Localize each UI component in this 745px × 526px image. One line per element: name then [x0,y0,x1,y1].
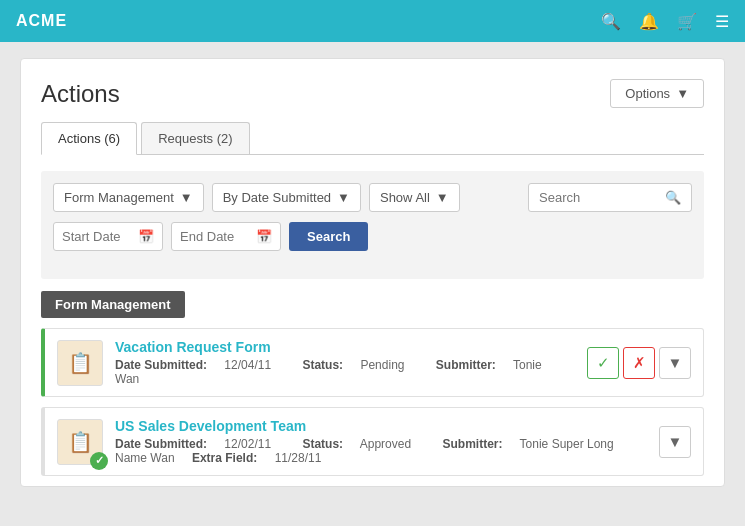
tab-requests[interactable]: Requests (2) [141,122,249,154]
reject-button[interactable]: ✗ [623,347,655,379]
form-management-label: Form Management [64,190,174,205]
options-button[interactable]: Options ▼ [610,79,704,108]
search-box[interactable]: 🔍 [528,183,692,212]
form-management-chevron-icon: ▼ [180,190,193,205]
item-actions: ▼ [659,426,691,458]
date-submitted-label: Date Submitted: 12/02/11 [115,437,288,451]
approve-button[interactable]: ✓ [587,347,619,379]
calendar-icon: 📅 [256,229,272,244]
action-items-list: 📋 Vacation Request Form Date Submitted: … [41,328,704,476]
search-icon[interactable]: 🔍 [601,12,621,31]
item-extra-meta: Name Wan Extra Field: 11/28/11 [115,451,659,465]
section-header-wrap: Form Management [41,291,704,318]
section-title: Form Management [41,291,185,318]
dropdown-button[interactable]: ▼ [659,347,691,379]
calendar-icon: 📅 [138,229,154,244]
page-title: Actions [41,80,120,108]
date-row: 📅 📅 Search [53,222,692,251]
options-arrow-icon: ▼ [676,86,689,101]
filter-section: Form Management ▼ By Date Submitted ▼ Sh… [41,171,704,279]
cart-icon[interactable]: 🛒 [677,12,697,31]
item-icon: 📋 ✓ [57,419,103,465]
approved-badge-icon: ✓ [90,452,108,470]
item-title[interactable]: Vacation Request Form [115,339,587,355]
name-wan: Name Wan [115,451,175,465]
nav-icons: 🔍 🔔 🛒 ☰ [601,12,729,31]
brand-logo: ACME [16,12,67,30]
extra-field-label: Extra Field: 11/28/11 [192,451,335,465]
date-submitted-label: Date Submitted: 12/04/11 [115,358,288,372]
search-icon: 🔍 [665,190,681,205]
form-management-dropdown[interactable]: Form Management ▼ [53,183,204,212]
start-date-field[interactable] [62,229,132,244]
item-meta: Date Submitted: 12/04/11 Status: Pending… [115,358,587,386]
show-all-chevron-icon: ▼ [436,190,449,205]
submitter-label: Submitter: Tonie Super Long [442,437,627,451]
status-label: Status: Approved [302,437,428,451]
status-label: Status: Pending [302,358,421,372]
start-date-input[interactable]: 📅 [53,222,163,251]
item-content: Vacation Request Form Date Submitted: 12… [115,339,587,386]
end-date-input[interactable]: 📅 [171,222,281,251]
main-card: Actions Options ▼ Actions (6) Requests (… [20,58,725,487]
item-icon: 📋 [57,340,103,386]
main-wrapper: Actions Options ▼ Actions (6) Requests (… [0,42,745,503]
dropdown-button[interactable]: ▼ [659,426,691,458]
tab-actions[interactable]: Actions (6) [41,122,137,155]
menu-icon[interactable]: ☰ [715,12,729,31]
top-navigation: ACME 🔍 🔔 🛒 ☰ [0,0,745,42]
show-all-label: Show All [380,190,430,205]
show-all-dropdown[interactable]: Show All ▼ [369,183,460,212]
item-actions: ✓ ✗ ▼ [587,347,691,379]
search-input[interactable] [539,190,659,205]
action-item: 📋 Vacation Request Form Date Submitted: … [41,328,704,397]
date-submitted-chevron-icon: ▼ [337,190,350,205]
item-meta: Date Submitted: 12/02/11 Status: Approve… [115,437,659,451]
date-submitted-dropdown[interactable]: By Date Submitted ▼ [212,183,361,212]
date-submitted-label: By Date Submitted [223,190,331,205]
tabs-container: Actions (6) Requests (2) [41,122,704,155]
search-button[interactable]: Search [289,222,368,251]
filter-row: Form Management ▼ By Date Submitted ▼ Sh… [53,183,692,212]
card-header: Actions Options ▼ [41,79,704,108]
bell-icon[interactable]: 🔔 [639,12,659,31]
item-title[interactable]: US Sales Development Team [115,418,659,434]
item-content: US Sales Development Team Date Submitted… [115,418,659,465]
action-item: 📋 ✓ US Sales Development Team Date Submi… [41,407,704,476]
end-date-field[interactable] [180,229,250,244]
options-label: Options [625,86,670,101]
